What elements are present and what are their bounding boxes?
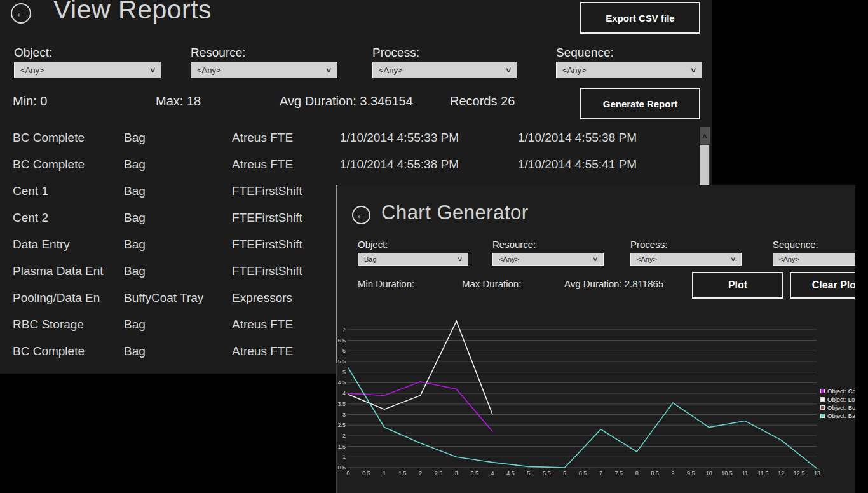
process-filter-label: Process:	[372, 46, 419, 60]
y-axis-tick-label: 5	[342, 369, 346, 375]
x-axis-tick-label: 6	[563, 470, 566, 476]
y-axis-tick-label: 6	[342, 348, 346, 354]
table-cell: Atreus FTE	[232, 344, 293, 358]
table-cell: 1/10/2014 4:55:41 PM	[518, 158, 637, 172]
table-cell: FTEFirstShift	[232, 184, 302, 198]
scroll-up-icon[interactable]: ˄	[700, 127, 710, 144]
x-axis-tick-label: 5	[527, 470, 530, 476]
records-count-stat: Records 26	[450, 94, 515, 109]
y-axis-tick-label: 2.5	[337, 422, 346, 428]
object-filter-value: <Any>	[15, 65, 150, 75]
table-cell: BC Complete	[13, 158, 85, 172]
x-axis-tick-label: 3	[455, 470, 458, 476]
legend-item: Object: Coole	[820, 387, 855, 395]
table-cell: Plasma Data Ent	[13, 264, 104, 278]
table-cell: Bag	[124, 158, 146, 172]
y-axis-tick-label: 5.5	[337, 358, 346, 365]
table-cell: 1/10/2014 4:55:33 PM	[340, 131, 459, 145]
legend-swatch-icon	[820, 405, 825, 410]
table-cell: BC Complete	[13, 344, 85, 358]
generate-report-button[interactable]: Generate Report	[580, 88, 700, 119]
x-axis-tick-label: 2	[419, 470, 422, 476]
legend-item: Object: BuffyC	[820, 403, 855, 412]
table-cell: RBC Storage	[13, 318, 84, 332]
y-axis-tick-label: 1.5	[337, 443, 346, 450]
max-stat: Max: 18	[156, 94, 201, 109]
x-axis-tick-label: 0.5	[362, 470, 370, 476]
table-cell: Bag	[124, 211, 146, 225]
table-cell: Bag	[124, 344, 146, 358]
legend-label: Object: BuffyC	[827, 404, 855, 411]
y-axis-tick-label: 6.5	[337, 337, 346, 344]
x-axis-tick-label: 8.5	[651, 470, 659, 476]
table-cell: 1/10/2014 4:55:38 PM	[518, 131, 637, 145]
x-axis-tick-label: 0	[346, 470, 349, 476]
resource-filter-label: Resource:	[191, 46, 246, 60]
chevron-down-icon: ˅	[506, 65, 517, 75]
x-axis-tick-label: 11	[742, 470, 748, 476]
table-cell: Bag	[124, 184, 146, 198]
process-filter-value: <Any>	[373, 65, 506, 75]
y-axis-tick-label: 2	[342, 433, 346, 439]
resource-filter-select[interactable]: <Any> ˅	[191, 62, 337, 78]
back-icon[interactable]: ←	[11, 3, 31, 24]
table-cell: Atreus FTE	[232, 158, 293, 172]
x-axis-tick-label: 10	[706, 470, 712, 476]
process-filter-select[interactable]: <Any> ˅	[372, 62, 517, 78]
x-axis-tick-label: 13	[814, 470, 820, 476]
table-cell: FTEFirstShift	[232, 238, 302, 252]
legend-label: Object: Bag	[827, 412, 855, 419]
legend-item: Object: Lot	[820, 395, 855, 403]
chart-generator-window: ← Chart Generator Object: Bag ˅ Resource…	[336, 185, 855, 493]
x-axis-tick-label: 6.5	[579, 470, 587, 476]
table-row[interactable]: BC CompleteBagAtreus FTE1/10/2014 4:55:3…	[0, 152, 696, 179]
table-cell: Cent 2	[13, 211, 48, 225]
export-csv-button[interactable]: Export CSV file	[580, 2, 700, 34]
x-axis-tick-label: 10.5	[721, 470, 733, 476]
table-cell: Pooling/Data En	[13, 291, 100, 305]
table-cell: Expressors	[232, 291, 292, 305]
x-axis-tick-label: 1.5	[398, 470, 407, 476]
y-axis-tick-label: 7	[342, 327, 346, 333]
x-axis-tick-label: 7.5	[615, 470, 623, 476]
x-axis-tick-label: 2.5	[435, 470, 443, 476]
chevron-down-icon: ˅	[150, 65, 161, 75]
x-axis-tick-label: 7	[599, 470, 602, 476]
resource-filter-value: <Any>	[191, 65, 326, 75]
x-axis-tick-label: 4.5	[506, 470, 515, 476]
x-axis-tick-label: 1	[383, 470, 386, 476]
legend-label: Object: Coole	[827, 388, 855, 395]
duration-line-chart: 0.511.522.533.544.555.566.5700.511.522.5…	[336, 185, 855, 493]
x-axis-tick-label: 12	[778, 470, 784, 476]
x-axis-tick-label: 12.5	[794, 470, 805, 476]
table-cell: 1/10/2014 4:55:38 PM	[340, 158, 459, 172]
x-axis-tick-label: 9	[671, 470, 674, 476]
table-cell: Bag	[124, 318, 146, 332]
x-axis-tick-label: 3.5	[470, 470, 478, 476]
legend-label: Object: Lot	[827, 396, 855, 403]
legend-swatch-icon	[820, 397, 825, 402]
table-cell: FTEFirstShift	[232, 264, 302, 278]
table-row[interactable]: BC CompleteBagAtreus FTE1/10/2014 4:55:3…	[0, 126, 696, 152]
table-cell: Bag	[124, 131, 146, 145]
sequence-filter-select[interactable]: <Any> ˅	[556, 62, 702, 78]
table-cell: BC Complete	[13, 131, 85, 145]
table-cell: Cent 1	[13, 184, 48, 198]
y-axis-tick-label: 0.5	[337, 464, 346, 471]
sequence-filter-label: Sequence:	[556, 46, 614, 60]
page-title: View Reports	[53, 0, 212, 25]
table-cell: Atreus FTE	[232, 131, 293, 145]
y-axis-tick-label: 3	[342, 412, 346, 418]
chart-legend: Object: CooleObject: LotObject: BuffyCOb…	[820, 387, 855, 420]
x-axis-tick-label: 8	[635, 470, 639, 476]
series-line	[348, 382, 492, 431]
table-cell: Atreus FTE	[232, 318, 293, 332]
object-filter-label: Object:	[14, 46, 52, 60]
legend-swatch-icon	[820, 414, 825, 418]
chevron-down-icon: ˅	[691, 65, 702, 75]
y-axis-tick-label: 3.5	[337, 401, 346, 407]
table-cell: BuffyCoat Tray	[124, 291, 203, 305]
object-filter-select[interactable]: <Any> ˅	[14, 62, 161, 78]
legend-swatch-icon	[820, 389, 825, 393]
x-axis-tick-label: 11.5	[757, 470, 768, 476]
